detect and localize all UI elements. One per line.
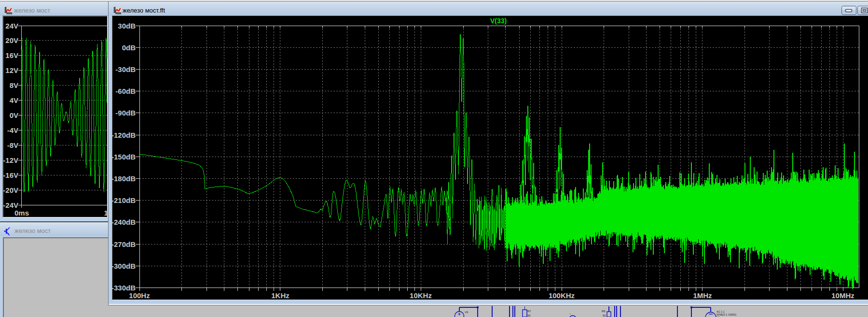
- svg-text:100Hz: 100Hz: [129, 291, 150, 300]
- svg-text:-270dB: -270dB: [111, 240, 136, 248]
- svg-text:30dB: 30dB: [118, 22, 136, 30]
- svg-text:-90dB: -90dB: [115, 109, 136, 117]
- svg-text:-30dB: -30dB: [115, 65, 136, 73]
- svg-text:-240dB: -240dB: [111, 218, 136, 226]
- svg-text:0dB: 0dB: [122, 43, 136, 52]
- svg-text:100KHz: 100KHz: [549, 291, 575, 300]
- svg-text:1MHz: 1MHz: [693, 291, 712, 300]
- svg-text:10MHz: 10MHz: [831, 291, 854, 300]
- svg-text:-330dB: -330dB: [111, 284, 136, 292]
- svg-text:-120dB: -120dB: [111, 131, 136, 139]
- svg-text:10KHz: 10KHz: [410, 291, 432, 300]
- svg-text:-180dB: -180dB: [111, 174, 136, 183]
- svg-text:1KHz: 1KHz: [271, 291, 289, 300]
- svg-text:V(33): V(33): [490, 17, 507, 25]
- svg-text:-150dB: -150dB: [111, 153, 136, 161]
- svg-text:-60dB: -60dB: [115, 87, 136, 95]
- svg-text:-210dB: -210dB: [111, 196, 136, 204]
- svg-text:-300dB: -300dB: [111, 262, 136, 270]
